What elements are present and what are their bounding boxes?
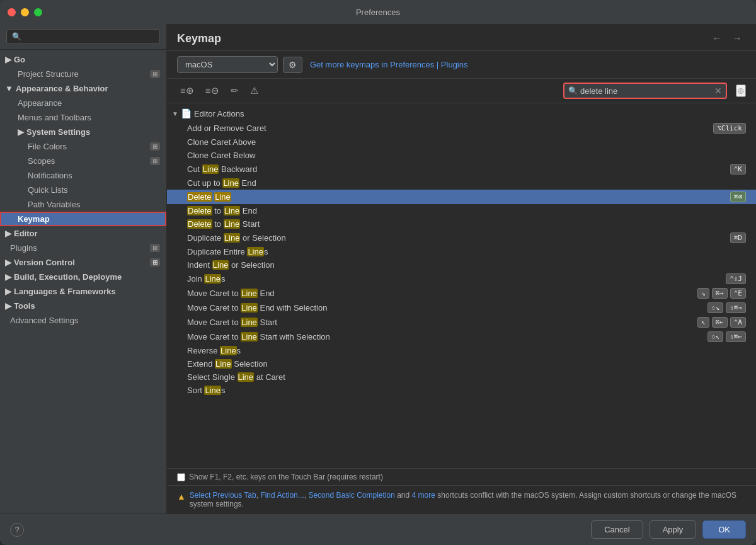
shortcut: ⇧↘ ⇧⌘→ [707,302,746,313]
action-label: Move Caret to Line Start with Selection [187,332,330,341]
sidebar-item-advanced-settings[interactable]: Advanced Settings [0,313,166,328]
sidebar-item-path-variables[interactable]: Path Variables [0,197,166,212]
sidebar-item-keymap[interactable]: Keymap [0,212,166,226]
ok-button[interactable]: OK [702,520,746,539]
keymap-row-reverse-lines[interactable]: Reverse Lines [167,344,756,357]
warning-link-find-action[interactable]: Find Action... [260,491,304,500]
editor-actions-group[interactable]: ▼ 📄 Editor Actions [167,106,756,121]
keymap-plugins-link[interactable]: Get more keymaps in Preferences | Plugin… [310,60,468,69]
keymap-search-box: 🔍 ✕ [563,83,727,99]
sidebar-search-container [0,24,166,50]
sidebar-item-file-colors[interactable]: File Colors ⊞ [0,139,166,154]
arrow-icon: ▶ [5,229,11,238]
back-button[interactable]: ← [708,32,726,45]
keymap-row-cut-line-backward[interactable]: Cut Line Backward ⌃K [167,162,756,176]
sidebar-item-build[interactable]: ▶ Build, Execution, Deployme [0,270,166,284]
keymap-row-add-caret[interactable]: Add or Remove Caret ⌥Click [167,121,756,135]
sidebar-item-menus-toolbars[interactable]: Menus and Toolbars [0,110,166,125]
kbd1: ↖ [697,317,709,328]
keymap-row-sort-lines[interactable]: Sort Lines [167,384,756,397]
action-label: Move Caret to Line End with Selection [187,303,327,313]
search-icon: 🔍 [568,86,578,95]
forward-button[interactable]: → [728,32,746,45]
keymap-row-delete-line[interactable]: Delete Line ⌘⌫ [167,190,756,204]
sidebar-item-appearance[interactable]: Appearance [0,96,166,110]
kbd2: ⌘← [712,317,728,328]
keymap-row-join-lines[interactable]: Join Lines ⌃⇧J [167,272,756,286]
touchbar-checkbox[interactable] [177,473,185,481]
keymap-row-move-caret-line-start-sel[interactable]: Move Caret to Line Start with Selection … [167,330,756,344]
kbd2: ⇧⌘← [726,331,746,342]
main-content: Keymap ← → macOS ⚙ Get more keymaps in P… [167,24,756,513]
keymap-search-input[interactable] [580,86,714,96]
keymap-row-delete-line-end[interactable]: Delete to Line End [167,204,756,217]
keymap-row-duplicate-entire[interactable]: Duplicate Entire Lines [167,245,756,258]
kbd3: ⌃A [730,317,746,328]
sidebar-item-scopes[interactable]: Scopes ⊞ [0,154,166,168]
warning-link-4-more[interactable]: 4 more [412,491,435,500]
keymap-row-clone-below[interactable]: Clone Caret Below [167,149,756,162]
sidebar-item-plugins[interactable]: Plugins ⊞ [0,241,166,255]
keymap-row-extend-line[interactable]: Extend Line Selection [167,357,756,370]
shortcut: ⌃K [730,164,746,175]
sidebar-item-tools[interactable]: ▶ Tools [0,299,166,313]
kbd: ⌘D [730,232,746,243]
help-button[interactable]: ? [10,523,24,537]
keymap-preset-select[interactable]: macOS [177,56,278,73]
keymap-row-indent-line[interactable]: Indent Line or Selection [167,258,756,272]
keymap-gear-button[interactable]: ⚙ [283,57,302,73]
arrow-icon: ▶ [5,301,11,311]
shortcut: ⌃⇧J [726,273,746,284]
keymap-row-clone-above[interactable]: Clone Caret Above [167,135,756,149]
plugins-badge: ⊞ [150,244,160,252]
sidebar-item-quick-lists[interactable]: Quick Lists [0,183,166,197]
window-title: Preferences [356,8,400,17]
warning-link-select-prev-tab[interactable]: Select Previous Tab [190,491,256,500]
action-label: Delete to Line End [187,206,257,215]
footer: ? Cancel Apply OK [0,513,756,545]
maximize-button[interactable] [34,8,42,16]
keymap-row-move-caret-line-end-sel[interactable]: Move Caret to Line End with Selection ⇧↘… [167,301,756,315]
warning-icon: ▲ [177,491,186,502]
kbd1: ↘ [697,288,709,299]
keymap-row-delete-line-start[interactable]: Delete to Line Start [167,217,756,231]
warning-row: ▲ Select Previous Tab, Find Action..., S… [167,485,756,513]
kbd1: ⇧↘ [707,302,723,313]
keymap-row-select-single-line[interactable]: Select Single Line at Caret [167,370,756,384]
sidebar-item-languages[interactable]: ▶ Languages & Frameworks [0,284,166,299]
sidebar-search-input[interactable] [6,29,160,44]
apply-button[interactable]: Apply [650,520,697,539]
sidebar-item-appearance-behavior[interactable]: ▼ Appearance & Behavior [0,81,166,96]
sidebar-item-editor[interactable]: ▶ Editor [0,226,166,241]
minimize-button[interactable] [21,8,29,16]
sidebar-item-version-control[interactable]: ▶ Version Control ⊞ [0,255,166,270]
search-clear-button[interactable]: ✕ [714,86,722,96]
action-label: Select Single Line at Caret [187,372,285,382]
edit-shortcut-button[interactable]: ✏ [227,83,242,98]
cancel-button[interactable]: Cancel [591,520,643,539]
sidebar-item-system-settings[interactable]: ▶ System Settings [0,125,166,139]
warning-filter-button[interactable]: ⚠ [247,83,261,98]
sidebar-item-project-structure[interactable]: Project Structure ⊞ [0,67,166,81]
keymap-row-cut-line-end[interactable]: Cut up to Line End [167,176,756,190]
expand-all-button[interactable]: ≡⊕ [177,83,197,98]
sidebar-items: ▶ Go Project Structure ⊞ ▼ Appearance & … [0,50,166,513]
sidebar: ▶ Go Project Structure ⊞ ▼ Appearance & … [0,24,167,513]
action-label: Clone Caret Below [187,151,255,160]
keymap-row-duplicate-line[interactable]: Duplicate Line or Selection ⌘D [167,231,756,245]
title-bar: Preferences [0,0,756,24]
search-extra-button[interactable]: ⊕ [736,84,746,97]
sidebar-item-go[interactable]: ▶ Go [0,52,166,67]
arrow-icon: ▶ [5,258,11,267]
collapse-all-button[interactable]: ≡⊖ [202,83,222,98]
shortcut: ↘ ⌘→ ⌃E [697,288,746,299]
action-label: Move Caret to Line End [187,289,275,298]
arrow-icon: ▶ [5,287,11,296]
project-structure-badge: ⊞ [150,70,160,78]
action-label: Delete to Line Start [187,219,260,229]
keymap-row-move-caret-line-end[interactable]: Move Caret to Line End ↘ ⌘→ ⌃E [167,286,756,301]
sidebar-item-notifications[interactable]: Notifications [0,168,166,183]
close-button[interactable] [8,8,16,16]
warning-link-second-basic[interactable]: Second Basic Completion [308,491,394,500]
keymap-row-move-caret-line-start[interactable]: Move Caret to Line Start ↖ ⌘← ⌃A [167,315,756,330]
